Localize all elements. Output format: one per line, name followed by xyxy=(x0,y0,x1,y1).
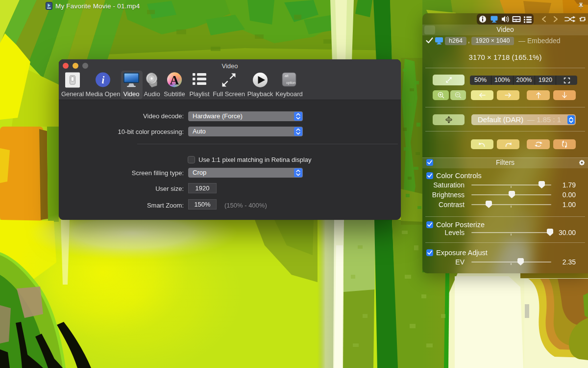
svg-text:option: option xyxy=(286,81,295,85)
svg-text:alt: alt xyxy=(285,74,288,78)
svg-text:i: i xyxy=(102,74,105,86)
svg-text:A: A xyxy=(170,73,179,87)
